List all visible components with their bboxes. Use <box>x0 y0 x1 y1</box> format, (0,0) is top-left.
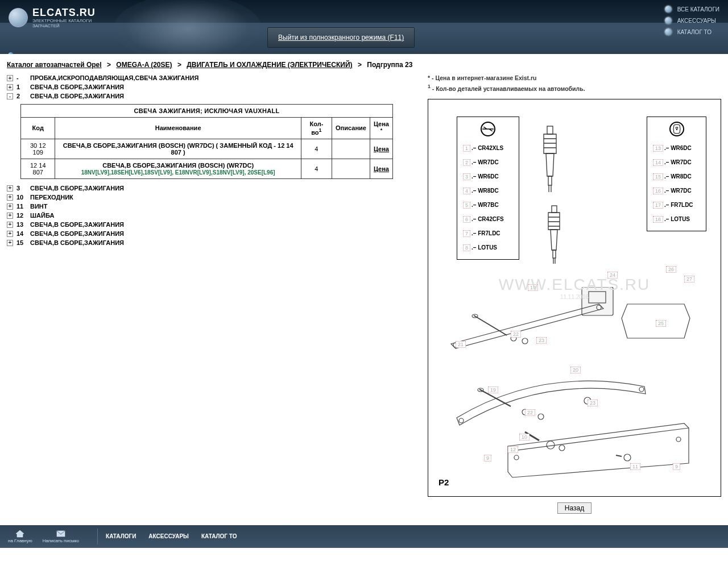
tree-label: ПРОБКА,ИСКРОПОДАВЛЯЮЩАЯ,СВЕЧА ЗАЖИГАНИЯ <box>30 74 198 81</box>
cell-desc <box>332 159 370 178</box>
tree-item[interactable]: - 2 СВЕЧА,В СБОРЕ,ЗАЖИГАНИЯ <box>7 92 416 101</box>
breadcrumb-separator: > <box>358 61 362 69</box>
back-button[interactable]: Назад <box>557 502 592 514</box>
diagram-page-label: P2 <box>439 477 449 487</box>
diagram-legend-item[interactable]: 14.– WR7DC <box>653 155 700 169</box>
breadcrumb-separator: > <box>107 61 111 69</box>
tree-item[interactable]: + 14 СВЕЧА,В СБОРЕ,ЗАЖИГАНИЯ <box>7 229 416 238</box>
exit-fullscreen-button[interactable]: Выйти из полноэкранного режима (F11) <box>267 27 415 48</box>
tree-label: СВЕЧА,В СБОРЕ,ЗАЖИГАНИЯ <box>30 185 124 192</box>
tree-item[interactable]: + 3 СВЕЧА,В СБОРЕ,ЗАЖИГАНИЯ <box>7 184 416 193</box>
nav-bullet-icon <box>665 6 672 13</box>
footer-home[interactable]: на Главную <box>8 530 32 543</box>
breadcrumb-model[interactable]: OMEGA-A (20SE) <box>116 61 172 69</box>
diagram-legend-item[interactable]: 16.– WR7DC <box>653 184 700 198</box>
callout[interactable]: 21 <box>456 341 466 348</box>
expand-icon[interactable]: + <box>7 222 13 228</box>
svg-rect-2 <box>552 206 557 213</box>
tree-item[interactable]: + 1 СВЕЧА,В СБОРЕ,ЗАЖИГАНИЯ <box>7 82 416 92</box>
home-icon <box>15 530 24 538</box>
logo-title: ELCATS.RU <box>32 7 96 19</box>
tree-item[interactable]: + 13 СВЕЧА,В СБОРЕ,ЗАЖИГАНИЯ <box>7 220 416 229</box>
expand-icon[interactable]: + <box>7 185 13 192</box>
diagram-legend-item[interactable]: 15.– WR8DC <box>653 169 700 184</box>
breadcrumb: Каталог автозапчастей Opel > OMEGA-A (20… <box>0 54 728 73</box>
footer-link-accessories[interactable]: АКСЕССУАРЫ <box>148 533 189 539</box>
breadcrumb-group[interactable]: ДВИГАТЕЛЬ И ОХЛАЖДЕНИЕ (ЭЛЕКТРИЧЕСКИЙ) <box>187 61 352 69</box>
cell-name: СВЕЧА,В СБОРЕ,ЗАЖИГАНИЯ (BOSCH) (WR7DC)1… <box>55 159 301 178</box>
diagram-legend-item[interactable]: 1.– CR42XLS <box>463 141 513 155</box>
cell-name: СВЕЧА,В СБОРЕ,ЗАЖИГАНИЯ (BOSCH) (WR7DC) … <box>55 139 301 159</box>
expand-icon[interactable]: + <box>7 203 13 210</box>
expand-icon[interactable]: + <box>7 194 13 201</box>
th-desc: Описание <box>332 118 370 139</box>
footer-link-catalogs[interactable]: КАТАЛОГИ <box>106 533 136 539</box>
parts-table: СВЕЧА ЗАЖИГАНИЯ; ИСКЛЮЧАЯ VAUXHALL Код Н… <box>20 104 393 179</box>
table-row: 30 12 109 СВЕЧА,В СБОРЕ,ЗАЖИГАНИЯ (BOSCH… <box>21 139 393 159</box>
sparkplug-sketch-icon <box>533 125 568 199</box>
callout[interactable]: 22 <box>511 331 521 338</box>
callout[interactable]: 23 <box>536 337 547 344</box>
assembly-sketch-icon <box>440 287 701 480</box>
diagram-legend-item[interactable]: 6.– CR42CFS <box>463 212 513 226</box>
expand-icon[interactable]: + <box>7 75 13 81</box>
diagram-legend-item[interactable]: 7.– FR7LDC <box>463 226 513 240</box>
collapse-icon[interactable]: - <box>7 93 13 99</box>
tree-label: ШАЙБА <box>30 212 54 219</box>
footer-link-catalog-to[interactable]: КАТАЛОГ ТО <box>201 533 237 539</box>
footer-mail[interactable]: Написать письмо <box>43 530 79 543</box>
tree-item[interactable]: + - ПРОБКА,ИСКРОПОДАВЛЯЮЩАЯ,СВЕЧА ЗАЖИГА… <box>7 73 416 82</box>
table-title: СВЕЧА ЗАЖИГАНИЯ; ИСКЛЮЧАЯ VAUXHALL <box>21 105 393 118</box>
nav-accessories[interactable]: АКСЕССУАРЫ <box>653 15 719 26</box>
expand-icon[interactable]: + <box>7 213 13 219</box>
nav-bullet-icon <box>665 17 672 24</box>
tree-item[interactable]: + 10 ПЕРЕХОДНИК <box>7 193 416 202</box>
nav-all-catalogs[interactable]: ВСЕ КАТАЛОГИ <box>653 3 719 15</box>
callout[interactable]: 9 <box>673 463 680 470</box>
nav-catalog-to[interactable]: КАТАЛОГ ТО <box>653 26 719 38</box>
breadcrumb-catalog[interactable]: Каталог автозапчастей Opel <box>7 61 102 69</box>
diagram-legend-item[interactable]: 17.– FR7LDC <box>653 198 700 212</box>
diagram-legend-item[interactable]: 2.– WR7DC <box>463 155 513 169</box>
callout[interactable]: 19 <box>488 386 498 393</box>
callout[interactable]: 22 <box>525 409 535 416</box>
callout[interactable]: 25 <box>656 320 666 327</box>
th-qty: Кол-во1 <box>301 118 332 139</box>
left-column: + - ПРОБКА,ИСКРОПОДАВЛЯЮЩАЯ,СВЕЧА ЗАЖИГА… <box>7 73 416 514</box>
price-link[interactable]: Цена <box>374 165 389 172</box>
diagram-legend-item[interactable]: 3.– WR6DC <box>463 169 513 184</box>
tree-label: СВЕЧА,В СБОРЕ,ЗАЖИГАНИЯ <box>30 84 124 90</box>
opel-logo-icon <box>463 122 513 136</box>
callout[interactable]: 23 <box>588 400 598 406</box>
expand-icon[interactable]: + <box>7 240 13 246</box>
svg-point-11 <box>459 418 464 423</box>
th-price: Цена* <box>370 118 392 139</box>
diagram-legend-item[interactable]: 5.– WR7BC <box>463 198 513 212</box>
diagram-legend-item[interactable]: 18.– LOTUS <box>653 212 700 226</box>
logo[interactable]: ELCATS.RU ЭЛЕКТРОННЫЕ КАТАЛОГИ ЗАПЧАСТЕЙ <box>9 7 96 29</box>
callout[interactable]: 10 <box>519 434 530 440</box>
diagram-legend-left: 1.– CR42XLS2.– WR7DC3.– WR6DC4.– WR8DC5.… <box>457 117 519 260</box>
callout[interactable]: 26 <box>666 266 676 273</box>
tree-item[interactable]: + 12 ШАЙБА <box>7 211 416 220</box>
tree-item[interactable]: + 15 СВЕЧА,В СБОРЕ,ЗАЖИГАНИЯ <box>7 238 416 247</box>
diagram-legend-item[interactable]: 13.– WR6DC <box>653 141 700 155</box>
callout[interactable]: 11 <box>630 463 640 470</box>
cell-price: Цена <box>370 159 392 178</box>
diagram-legend-item[interactable]: 8.– LOTUS <box>463 240 513 255</box>
tree-item[interactable]: + 11 ВИНТ <box>7 202 416 211</box>
svg-point-15 <box>538 414 544 419</box>
callout[interactable]: 12 <box>508 446 518 453</box>
price-link[interactable]: Цена <box>374 146 389 152</box>
tree-label: СВЕЧА,В СБОРЕ,ЗАЖИГАНИЯ <box>30 93 124 99</box>
callout[interactable]: 9 <box>484 455 491 462</box>
callout[interactable]: 24 <box>607 272 618 278</box>
callout[interactable]: 20 <box>570 367 581 373</box>
expand-icon[interactable]: + <box>7 231 13 237</box>
callout[interactable]: 19 <box>528 284 538 291</box>
cell-desc <box>332 139 370 159</box>
callout[interactable]: 27 <box>684 276 694 282</box>
diagram-legend-item[interactable]: 4.– WR8DC <box>463 184 513 198</box>
tree-num: 15 <box>16 239 27 246</box>
expand-icon[interactable]: + <box>7 84 13 90</box>
